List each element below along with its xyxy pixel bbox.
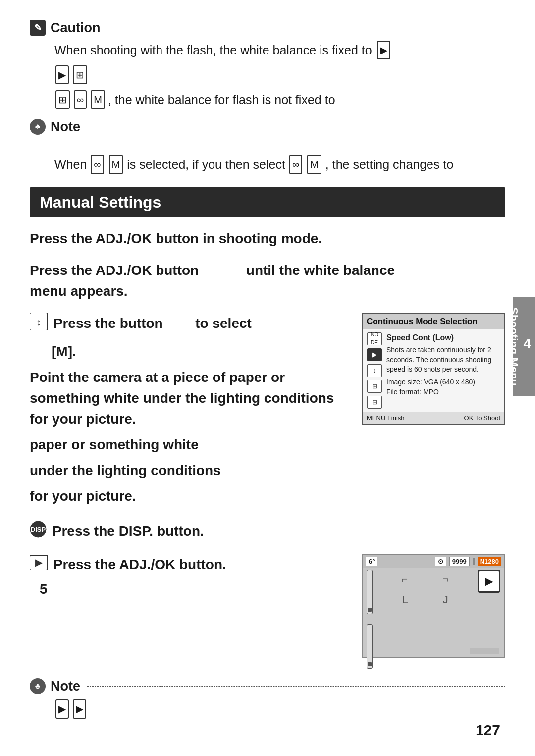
step-4-label: Point the camera at a piece of paper or … bbox=[30, 370, 334, 427]
note-top-dashed-line bbox=[87, 127, 505, 127]
icon-grid: ⊞ bbox=[73, 65, 87, 84]
caution-icon: ✎ bbox=[30, 20, 46, 36]
icon-play2: ▶ bbox=[55, 699, 69, 719]
viewfinder-bottom-bar bbox=[470, 648, 499, 654]
note-top-body: When ∞ M is selected, if you then select… bbox=[30, 139, 505, 175]
screen-icons-col: NODE ▶ ↕ ⊞ ⊟ bbox=[366, 332, 383, 409]
step-5-text: DISP Press the DISP. button. bbox=[30, 521, 505, 543]
side-tab-number: 4 bbox=[523, 336, 531, 352]
screen-mockup: Continuous Mode Selection NODE ▶ ↕ ⊞ ⊟ S… bbox=[362, 313, 505, 425]
viewfinder-body: ⌐ ¬ L J ▶ bbox=[363, 568, 504, 671]
icon-grid2: ⊞ bbox=[55, 90, 70, 109]
icon-inf: ∞ bbox=[74, 90, 87, 109]
step-1-section: Press the ADJ./OK button in shooting mod… bbox=[30, 228, 505, 249]
screen-info-line: Image size: VGA (640 x 480) bbox=[386, 378, 501, 387]
caution-label: Caution bbox=[51, 20, 101, 36]
viewfinder-n1280: N1280 bbox=[478, 557, 501, 566]
note-text-part2: is selected, if you then select bbox=[127, 154, 285, 175]
note-bottom-dashed-line bbox=[87, 686, 505, 687]
screen-footer-right: OK To Shoot bbox=[464, 414, 500, 423]
disp-button-icon: DISP bbox=[30, 521, 47, 538]
step-4-text4: for your picture. bbox=[30, 486, 347, 507]
screen-icon-4: ⊟ bbox=[367, 396, 382, 409]
screen-footer: MENU Finish OK To Shoot bbox=[363, 412, 504, 424]
icon-play: ▶ bbox=[55, 65, 69, 84]
screen-icon-2: ↕ bbox=[367, 364, 382, 377]
step-4-text2: paper or something white bbox=[30, 434, 347, 455]
navigation-arrows-icon: ↕ bbox=[30, 313, 48, 330]
side-tab-label: Shooting Menu bbox=[507, 307, 520, 386]
note-bottom-body: ▶ ▶ bbox=[30, 698, 505, 720]
note-top-icon: ♣ bbox=[30, 119, 46, 135]
step-3-label2: to select bbox=[195, 316, 252, 331]
manual-settings-heading: Manual Settings bbox=[30, 187, 505, 217]
icon-m: M bbox=[91, 90, 105, 109]
note-text-part1: When bbox=[54, 154, 87, 175]
screen-format-line: File format: MPO bbox=[386, 387, 501, 397]
viewfinder-camera-icon: ⊙ bbox=[435, 557, 446, 566]
step-number: 5 bbox=[40, 581, 347, 597]
step-3-section: ↕ Press the button to select [M]. Point … bbox=[30, 313, 505, 512]
step-2-label1: Press the ADJ./OK button bbox=[30, 263, 199, 278]
page-number: 127 bbox=[476, 722, 500, 739]
step-2-label2: until the white balance bbox=[246, 263, 395, 278]
note-bottom-section: ♣ Note ▶ ▶ bbox=[30, 678, 505, 720]
note-top-header: ♣ Note bbox=[30, 119, 505, 135]
step-6-section: ▶ Press the ADJ./OK button. 5 6° ⊙ 9999 … bbox=[30, 554, 505, 658]
step-6-text-part: ▶ Press the ADJ./OK button. 5 bbox=[30, 554, 347, 597]
step-2-label3: menu appears. bbox=[30, 283, 128, 299]
step-1-text: Press the ADJ./OK button in shooting mod… bbox=[30, 228, 505, 249]
caution-section: ✎ Caution When shooting with the flash, … bbox=[30, 20, 505, 110]
note-top-section: ♣ Note When ∞ M is selected, if you then… bbox=[30, 119, 505, 175]
viewfinder-mockup: 6° ⊙ 9999 N1280 ⌐ ¬ L bbox=[362, 554, 505, 658]
adj-ok-arrow-icon: ▶ bbox=[30, 555, 48, 570]
note-bottom-icon: ♣ bbox=[30, 678, 46, 694]
viewfinder-top-bar: 6° ⊙ 9999 N1280 bbox=[363, 555, 504, 568]
icon-m3: M bbox=[307, 155, 321, 174]
caution-header: ✎ Caution bbox=[30, 20, 505, 36]
step-4-text: Point the camera at a piece of paper or … bbox=[30, 367, 347, 430]
screen-icon-0: NODE bbox=[367, 332, 382, 345]
viewfinder-slider-top bbox=[367, 570, 373, 614]
note-bottom-label: Note bbox=[51, 679, 80, 694]
icon-inf3: ∞ bbox=[289, 155, 302, 174]
viewfinder-left bbox=[367, 570, 373, 669]
screen-icon-3: ⊞ bbox=[367, 380, 382, 393]
step-3-label1: Press the button bbox=[54, 316, 163, 331]
viewfinder-mode-icon: ▶ bbox=[478, 570, 500, 593]
viewfinder-count: 9999 bbox=[449, 557, 470, 566]
screen-text-title: Speed Cont (Low) bbox=[386, 332, 501, 343]
step-6-text: ▶ Press the ADJ./OK button. bbox=[30, 554, 347, 576]
screen-text-body: Shots are taken continuously for 2 secon… bbox=[386, 345, 501, 375]
caution-body: When shooting with the flash, the white … bbox=[30, 40, 505, 110]
svg-text:DISP: DISP bbox=[31, 526, 46, 533]
icon-m2: M bbox=[109, 155, 123, 174]
caution-dashed-line bbox=[107, 28, 506, 28]
screen-body: NODE ▶ ↕ ⊞ ⊟ Speed Cont (Low) Shots are … bbox=[363, 329, 504, 412]
caution-text-2: , the white balance for flash is not fix… bbox=[108, 90, 335, 109]
step-3-text: ↕ Press the button to select bbox=[30, 313, 347, 336]
screen-title: Continuous Mode Selection bbox=[363, 314, 504, 329]
step-5-label: Press the DISP. button. bbox=[53, 523, 204, 539]
side-tab: 4 Shooting Menu bbox=[513, 297, 535, 396]
flash-icon: ▶ bbox=[377, 41, 390, 59]
step-2-text: Press the ADJ./OK button until the white… bbox=[30, 260, 505, 302]
viewfinder-brackets-bottom: L J bbox=[402, 594, 448, 606]
viewfinder-brackets-top: ⌐ ¬ bbox=[401, 573, 449, 586]
screen-footer-left: MENU Finish bbox=[367, 414, 405, 423]
svg-text:▶: ▶ bbox=[35, 558, 43, 568]
icon-play3: ▶ bbox=[73, 699, 86, 719]
step-3-text-part: ↕ Press the button to select [M]. Point … bbox=[30, 313, 347, 512]
svg-text:↕: ↕ bbox=[36, 317, 41, 327]
caution-text-1: When shooting with the flash, the white … bbox=[54, 40, 372, 60]
note-text-part3: , the setting changes to bbox=[325, 154, 454, 175]
screen-icon-1: ▶ bbox=[367, 348, 382, 361]
step-4-text3: under the lighting conditions bbox=[30, 460, 347, 481]
viewfinder-center: ⌐ ¬ L J bbox=[401, 570, 449, 606]
viewfinder-badge1: 6° bbox=[366, 557, 377, 566]
icon-inf2: ∞ bbox=[91, 155, 104, 174]
step-1-label: Press the ADJ./OK button in shooting mod… bbox=[30, 231, 322, 246]
note-bottom-header: ♣ Note bbox=[30, 678, 505, 694]
step-2-section: Press the ADJ./OK button until the white… bbox=[30, 260, 505, 302]
step-3-label3: [M]. bbox=[52, 341, 347, 362]
